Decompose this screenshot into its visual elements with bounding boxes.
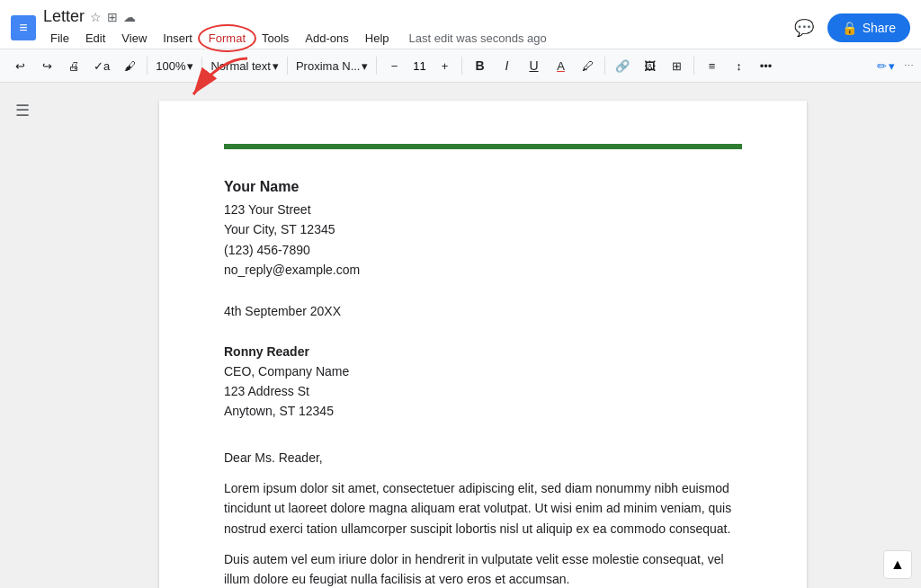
recipient-name: Ronny Reader	[224, 343, 742, 361]
underline-icon: U	[529, 58, 538, 73]
body-paragraph-2: Duis autem vel eum iriure dolor in hendr…	[224, 549, 742, 588]
style-label: Normal text	[210, 59, 270, 73]
sender-city: Your City, ST 12345	[224, 219, 742, 239]
insert-table-button[interactable]: ⊞	[664, 53, 689, 78]
folder-icon[interactable]: ⊞	[107, 10, 118, 24]
expand-icon[interactable]: ⋯	[904, 60, 914, 72]
divider-2	[201, 57, 202, 75]
divider-6	[604, 57, 605, 75]
main-area: ☰ Your Name 123 Your Street Your City, S…	[0, 83, 921, 588]
document-content: Your Name 123 Your Street Your City, ST …	[224, 176, 742, 588]
header-buttons: 💬 🔒 Share	[788, 12, 910, 44]
document-area: Your Name 123 Your Street Your City, ST …	[45, 83, 921, 588]
app-icon: ≡	[11, 15, 36, 40]
zoom-chevron-icon: ▾	[187, 59, 193, 73]
menu-file[interactable]: File	[43, 28, 76, 49]
title-bar: ≡ Letter ☆ ⊞ ☁ File Edit View Insert For…	[0, 0, 921, 49]
insert-image-button[interactable]: 🖼	[637, 53, 662, 78]
document-header-bar	[224, 144, 742, 149]
font-size-input[interactable]	[408, 59, 430, 73]
font-select[interactable]: Proxima N... ▾	[292, 58, 372, 75]
title-section: Letter ☆ ⊞ ☁ File Edit View Insert Forma…	[43, 7, 547, 49]
star-icon[interactable]: ☆	[90, 10, 102, 24]
bold-button[interactable]: B	[467, 53, 492, 78]
toolbar: ↩ ↪ 🖨 ✓a 🖌 100% ▾ Normal text ▾ Proxima …	[0, 49, 921, 83]
document: Your Name 123 Your Street Your City, ST …	[159, 101, 807, 588]
redo-button[interactable]: ↪	[34, 53, 59, 78]
recipient-details: CEO, Company Name 123 Address St Anytown…	[224, 361, 742, 422]
link-button[interactable]: 🔗	[610, 53, 635, 78]
bold-icon: B	[475, 58, 484, 73]
scroll-to-top-button[interactable]: ▲	[883, 550, 912, 579]
font-label: Proxima N...	[296, 59, 361, 73]
divider-4	[376, 57, 377, 75]
menu-tools[interactable]: Tools	[255, 28, 296, 49]
font-size-decrease-button[interactable]: −	[381, 53, 407, 78]
spell-check-button[interactable]: ✓a	[88, 53, 115, 78]
recipient-title: CEO, Company Name	[224, 361, 742, 381]
edit-chevron-icon: ▾	[889, 59, 895, 73]
menu-addons[interactable]: Add-ons	[298, 28, 355, 49]
last-edit-text: Last edit was seconds ago	[409, 31, 547, 45]
recipient-city: Anytown, ST 12345	[224, 401, 742, 421]
divider-5	[461, 57, 462, 75]
style-select[interactable]: Normal text ▾	[207, 58, 282, 75]
text-color-button[interactable]: A	[548, 53, 573, 78]
menu-edit[interactable]: Edit	[78, 28, 112, 49]
more-options-button[interactable]: •••	[753, 53, 778, 78]
outline-icon[interactable]: ☰	[15, 101, 30, 120]
left-sidebar: ☰	[0, 83, 45, 588]
menu-insert[interactable]: Insert	[156, 28, 200, 49]
undo-button[interactable]: ↩	[7, 53, 32, 78]
cloud-icon[interactable]: ☁	[123, 10, 136, 24]
lock-icon: 🔒	[842, 21, 857, 35]
sender-street: 123 Your Street	[224, 200, 742, 219]
menu-help[interactable]: Help	[358, 28, 397, 49]
edit-pencil-icon: ✏	[877, 59, 887, 73]
sender-phone: (123) 456-7890	[224, 240, 742, 260]
date-line: 4th September 20XX	[224, 302, 742, 321]
highlight-button[interactable]: 🖊	[575, 53, 600, 78]
underline-button[interactable]: U	[521, 53, 546, 78]
sender-details: 123 Your Street Your City, ST 12345 (123…	[224, 200, 742, 281]
font-size-area: − +	[381, 53, 457, 78]
line-spacing-button[interactable]: ↕	[726, 53, 751, 78]
divider-3	[287, 57, 288, 75]
sender-name: Your Name	[224, 176, 742, 198]
divider-7	[693, 57, 694, 75]
salutation: Dear Ms. Reader,	[224, 449, 742, 468]
share-button[interactable]: 🔒 Share	[827, 13, 910, 42]
font-size-increase-button[interactable]: +	[432, 53, 457, 78]
style-chevron-icon: ▾	[273, 59, 279, 73]
body-text-2-content: Duis autem vel eum iriure dolor in hendr…	[224, 552, 724, 586]
menu-view[interactable]: View	[114, 28, 154, 49]
edit-mode-button[interactable]: ✏ ▾	[873, 58, 899, 75]
menu-format[interactable]: Format	[201, 28, 253, 49]
zoom-value: 100%	[156, 59, 185, 73]
print-button[interactable]: 🖨	[61, 53, 86, 78]
recipient-street: 123 Address St	[224, 381, 742, 401]
format-paint-button[interactable]: 🖌	[117, 53, 142, 78]
body-paragraph-1: Lorem ipsum dolor sit amet, consectetuer…	[224, 478, 742, 539]
font-chevron-icon: ▾	[362, 59, 368, 73]
zoom-select[interactable]: 100% ▾	[152, 58, 197, 75]
document-title[interactable]: Letter	[43, 7, 85, 26]
italic-button[interactable]: I	[494, 53, 519, 78]
share-label: Share	[863, 21, 896, 35]
divider-1	[147, 57, 148, 75]
align-button[interactable]: ≡	[699, 53, 724, 78]
chat-button[interactable]: 💬	[788, 12, 820, 44]
italic-icon: I	[505, 58, 509, 73]
sender-email: no_reply@example.com	[224, 260, 742, 280]
recipient-section: Ronny Reader CEO, Company Name 123 Addre…	[224, 343, 742, 422]
